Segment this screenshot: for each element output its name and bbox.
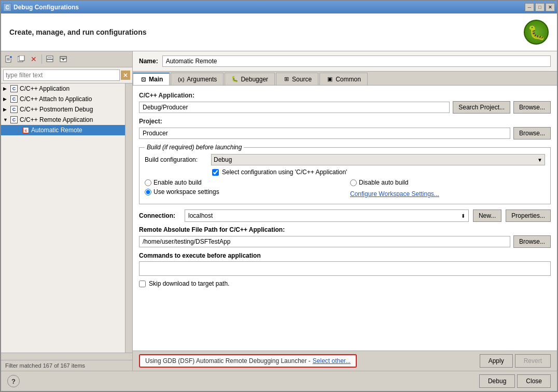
tree-item-automatic-remote[interactable]: c Automatic Remote [1, 125, 125, 135]
tree-item-icon: C [10, 106, 18, 113]
left-panel: ✕ ▶ [1, 51, 133, 371]
tree-item-label: C/C++ Application [20, 85, 69, 92]
duplicate-config-button[interactable] [16, 53, 27, 65]
tab-common-label: Common [336, 76, 361, 83]
search-project-button[interactable]: Search Project... [453, 101, 510, 114]
maximize-button[interactable]: □ [535, 3, 545, 11]
tab-source[interactable]: ⊞ Source [276, 73, 318, 85]
tree-item-label: C/C++ Postmortem Debug [20, 106, 93, 113]
tree-item-label: C/C++ Remote Application [20, 116, 93, 123]
cpp-app-label: C/C++ Application: [139, 92, 551, 99]
svg-rect-10 [47, 60, 53, 62]
tree-arrow: ▶ [3, 96, 8, 102]
collapse-all-button[interactable] [44, 53, 55, 65]
left-panel-hscrollbar[interactable] [1, 353, 132, 360]
launcher-text: Using GDB (DSF) Automatic Remote Debuggi… [145, 357, 311, 365]
filter-box [1, 67, 132, 83]
delete-config-button[interactable]: ✕ [28, 53, 39, 65]
name-row: Name: [133, 51, 557, 72]
titlebar-icon: C [3, 3, 11, 11]
header-title: Create, manage, and run configurations [9, 28, 147, 36]
browse-remote-button[interactable]: Browse... [513, 235, 551, 248]
tree-arrow: ▶ [3, 107, 8, 112]
minimize-button[interactable]: ─ [525, 3, 534, 11]
tab-arguments[interactable]: (x) Arguments [171, 73, 224, 85]
browse-cpp-app-button[interactable]: Browse... [513, 101, 551, 114]
project-row: Browse... [139, 127, 551, 139]
debug-button[interactable]: Debug [479, 374, 515, 388]
toolbar-separator [41, 54, 42, 64]
configure-workspace-link[interactable]: Configure Workspace Settings... [350, 190, 439, 198]
browse-project-button[interactable]: Browse... [513, 127, 551, 139]
window: C Debug Configurations ─ □ ✕ Create, man… [0, 0, 558, 392]
tree-scroll: ▶ C C/C++ Application ▶ C C/C++ Attach t… [1, 83, 125, 353]
revert-button[interactable]: Revert [515, 354, 551, 368]
select-other-link[interactable]: Select other... [313, 357, 351, 365]
config-dropdown-button[interactable] [58, 53, 69, 65]
tab-common[interactable]: ▣ Common [319, 73, 368, 85]
svg-rect-8 [19, 55, 24, 61]
properties-button[interactable]: Properties... [506, 209, 551, 222]
enable-auto-build-radio[interactable] [145, 179, 151, 186]
name-input[interactable] [162, 55, 551, 67]
main-content: C/C++ Application: Search Project... Bro… [133, 86, 557, 351]
disable-auto-build-radio[interactable] [350, 179, 357, 186]
connection-value: localhost [188, 212, 213, 219]
tree-wrapper: ▶ C C/C++ Application ▶ C C/C++ Attach t… [1, 83, 132, 353]
bug-icon: 🐛 [524, 20, 549, 45]
apply-button[interactable]: Apply [480, 354, 513, 368]
tree-arrow: ▼ [3, 117, 8, 122]
tree-item-cpp-app[interactable]: ▶ C C/C++ Application [1, 83, 125, 94]
remote-path-row: Browse... [139, 235, 551, 248]
new-config-button[interactable] [3, 53, 15, 65]
tab-main[interactable]: ⊡ Main [133, 73, 170, 85]
filter-input[interactable] [3, 69, 120, 81]
enable-auto-build-row: Enable auto build [145, 179, 340, 186]
remote-path-input[interactable] [139, 236, 510, 247]
build-config-label: Build configuration: [145, 156, 207, 163]
disable-auto-build-label: Disable auto build [359, 179, 408, 186]
bottom-buttons: Apply Revert [480, 354, 551, 368]
commands-input[interactable] [139, 261, 551, 276]
header-area: Create, manage, and run configurations 🐛 [1, 13, 557, 51]
build-config-row: Build configuration: Debug ▼ [145, 154, 545, 165]
build-config-select[interactable]: Debug ▼ [211, 154, 545, 165]
commands-label: Commands to execute before application [139, 252, 551, 259]
skip-download-row: Skip download to target path. [139, 280, 551, 287]
skip-download-label: Skip download to target path. [149, 280, 229, 287]
tree-item-cpp-attach[interactable]: ▶ C C/C++ Attach to Applicatio [1, 94, 125, 104]
connection-select[interactable]: localhost ⬍ [185, 209, 469, 222]
use-workspace-radio[interactable] [145, 189, 151, 195]
tab-main-label: Main [149, 76, 163, 83]
right-panel: Name: ⊡ Main (x) Arguments 🐛 Debugger [133, 51, 557, 371]
filter-clear-button[interactable] [121, 71, 130, 80]
common-tab-icon: ▣ [326, 76, 333, 83]
connection-dropdown-arrow: ⬍ [461, 213, 465, 219]
cpp-app-row: Search Project... Browse... [139, 101, 551, 114]
tree-item-cpp-postmortem[interactable]: ▶ C C/C++ Postmortem Debug [1, 104, 125, 115]
select-config-checkbox[interactable] [212, 169, 219, 176]
skip-download-checkbox[interactable] [139, 281, 146, 287]
titlebar-buttons: ─ □ ✕ [525, 3, 555, 11]
close-button[interactable]: ✕ [546, 3, 555, 11]
svg-rect-14 [60, 57, 66, 59]
select-config-label: Select configuration using 'C/C++ Applic… [222, 169, 347, 176]
connection-row: Connection: localhost ⬍ New... Propertie… [139, 209, 551, 222]
tree-item-icon: C [10, 95, 18, 103]
build-group: Build (if required) before launching Bui… [139, 144, 551, 204]
cpp-app-input[interactable] [139, 102, 450, 113]
help-button[interactable]: ? [7, 375, 20, 387]
window-title: Debug Configurations [13, 4, 79, 11]
arguments-tab-icon: (x) [177, 76, 185, 83]
left-panel-scrollbar[interactable] [125, 83, 132, 353]
tree-item-cpp-remote[interactable]: ▼ C C/C++ Remote Application [1, 115, 125, 125]
source-tab-icon: ⊞ [283, 76, 290, 83]
tree-item-label: C/C++ Attach to Applicatio [20, 95, 92, 103]
new-connection-button[interactable]: New... [473, 209, 501, 222]
titlebar: C Debug Configurations ─ □ ✕ [1, 1, 557, 13]
close-button[interactable]: Close [517, 374, 551, 388]
tab-debugger[interactable]: 🐛 Debugger [225, 73, 275, 85]
bottom-bar: Using GDB (DSF) Automatic Remote Debuggi… [133, 351, 557, 371]
project-input[interactable] [139, 128, 510, 139]
footer-bar: ? Debug Close [1, 371, 557, 391]
